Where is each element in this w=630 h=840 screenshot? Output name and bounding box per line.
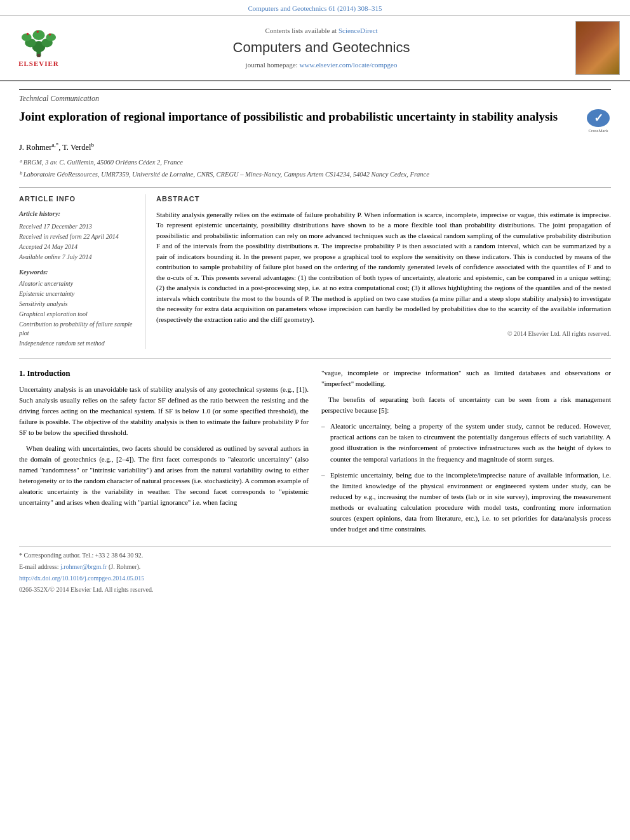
elsevier-logo: ELSEVIER (10, 27, 67, 69)
email-line: E-mail address: j.rohmer@brgm.fr (J. Roh… (19, 562, 611, 572)
journal-top-bar: Computers and Geotechnics 61 (2014) 308–… (0, 0, 630, 16)
history-item-2: Accepted 24 May 2014 (19, 243, 135, 251)
affiliation-b: ᵇ Laboratoire GéoRessources, UMR7359, Un… (19, 170, 611, 180)
issn-line: 0266-352X/© 2014 Elsevier Ltd. All right… (19, 585, 611, 595)
page: Computers and Geotechnics 61 (2014) 308–… (0, 0, 630, 840)
journal-homepage: journal homepage: www.elsevier.com/locat… (67, 60, 575, 70)
svg-point-7 (27, 33, 29, 35)
crossmark-circle: ✓ (587, 109, 610, 127)
bullet-aleatoric: Aleatoric uncertainty, being a property … (321, 421, 611, 464)
journal-thumbnail (575, 21, 620, 75)
keyword-1: Epistemic uncertainty (19, 290, 135, 298)
journal-center-info: Contents lists available at ScienceDirec… (67, 26, 575, 70)
keywords-list: Aleatoric uncertainty Epistemic uncertai… (19, 279, 135, 348)
keyword-4: Contribution to probability of failure s… (19, 320, 135, 338)
crossmark-logo: ✓ CrossMark (586, 109, 611, 135)
doi-link[interactable]: http://dx.doi.org/10.1016/j.compgeo.2014… (19, 575, 144, 582)
crossmark-label: CrossMark (588, 128, 608, 135)
affiliations: ᵃ BRGM, 3 av. C. Guillemin, 45060 Orléan… (19, 157, 611, 180)
svg-point-5 (32, 30, 44, 41)
author-a-sup: a,* (51, 142, 58, 148)
elsevier-tree-icon (13, 27, 64, 58)
elsevier-label: ELSEVIER (18, 59, 59, 69)
history-label: Article history: (19, 210, 135, 219)
section1-para-3: "vague, incomplete or imprecise informat… (321, 368, 611, 389)
article-info-col: ARTICLE INFO Article history: Received 1… (19, 194, 146, 349)
corresponding-author: * Corresponding author. Tel.: +33 2 38 6… (19, 550, 611, 561)
svg-rect-10 (37, 54, 40, 57)
section1-title-text: Introduction (27, 369, 70, 378)
keywords-section: Keywords: Aleatoric uncertainty Epistemi… (19, 268, 135, 349)
article-title: Joint exploration of regional importance… (19, 109, 586, 125)
history-item-3: Available online 7 July 2014 (19, 253, 135, 262)
footnote-area: * Corresponding author. Tel.: +33 2 38 6… (19, 546, 611, 595)
svg-point-6 (46, 34, 56, 41)
contents-prefix: Contents lists available at (265, 27, 337, 34)
homepage-prefix: journal homepage: (246, 61, 298, 69)
email-label: E-mail address: (19, 563, 60, 570)
section1-body: 1. Introduction Uncertainty analysis is … (19, 368, 611, 540)
keywords-label: Keywords: (19, 268, 135, 277)
science-direct-line: Contents lists available at ScienceDirec… (67, 26, 575, 36)
section1-col-left: 1. Introduction Uncertainty analysis is … (19, 368, 309, 540)
section1-title: 1. Introduction (19, 368, 309, 380)
author-j-rohmer: J. Rohmer (19, 143, 51, 152)
section1-para-2: When dealing with uncertainties, two fac… (19, 443, 309, 508)
svg-point-8 (37, 30, 39, 32)
abstract-heading: ABSTRACT (156, 194, 611, 204)
abstract-text: Stability analysis generally relies on t… (156, 210, 611, 325)
section1-para-4: The benefits of separating both facets o… (321, 394, 611, 416)
copyright-line: © 2014 Elsevier Ltd. All rights reserved… (156, 330, 611, 338)
article-type: Technical Communication (19, 89, 611, 104)
article-content: Technical Communication Joint exploratio… (0, 81, 630, 602)
abstract-col: ABSTRACT Stability analysis generally re… (146, 194, 611, 349)
section1-col-right: "vague, incomplete or imprecise informat… (321, 368, 611, 540)
history-item-1: Received in revised form 22 April 2014 (19, 232, 135, 241)
section1-number: 1. (19, 369, 25, 378)
bullets-list: Aleatoric uncertainty, being a property … (321, 421, 611, 534)
section1-para-1: Uncertainty analysis is an unavoidable t… (19, 384, 309, 438)
journal-header: ELSEVIER Contents lists available at Sci… (0, 16, 630, 81)
article-title-area: Joint exploration of regional importance… (19, 109, 611, 135)
homepage-url[interactable]: www.elsevier.com/locate/compgeo (300, 61, 398, 69)
keyword-2: Sensitivity analysis (19, 300, 135, 309)
section-divider (19, 358, 611, 359)
history-items: Received 17 December 2013 Received in re… (19, 222, 135, 262)
info-abstract-cols: ARTICLE INFO Article history: Received 1… (19, 187, 611, 349)
keyword-5: Independence random set method (19, 339, 135, 348)
author-b-sup: b (91, 142, 95, 148)
journal-name: Computers and Geotechnics (67, 38, 575, 58)
keyword-3: Graphical exploration tool (19, 310, 135, 319)
author-connector: , T. Verdel (58, 143, 91, 152)
keyword-0: Aleatoric uncertainty (19, 279, 135, 288)
science-direct-link[interactable]: ScienceDirect (338, 27, 378, 34)
doi-line: http://dx.doi.org/10.1016/j.compgeo.2014… (19, 573, 611, 583)
authors-line: J. Rohmera,*, T. Verdelb (19, 141, 611, 154)
svg-point-9 (49, 34, 51, 36)
history-item-0: Received 17 December 2013 (19, 222, 135, 231)
email-link[interactable]: j.rohmer@brgm.fr (60, 563, 107, 570)
citation-text: Computers and Geotechnics 61 (2014) 308–… (248, 4, 382, 12)
article-info-heading: ARTICLE INFO (19, 194, 135, 204)
svg-point-4 (22, 34, 32, 41)
email-name: (J. Rohmer). (109, 563, 140, 570)
affiliation-a: ᵃ BRGM, 3 av. C. Guillemin, 45060 Orléan… (19, 157, 611, 168)
bullet-epistemic: Epistemic uncertainty, being due to the … (321, 470, 611, 535)
